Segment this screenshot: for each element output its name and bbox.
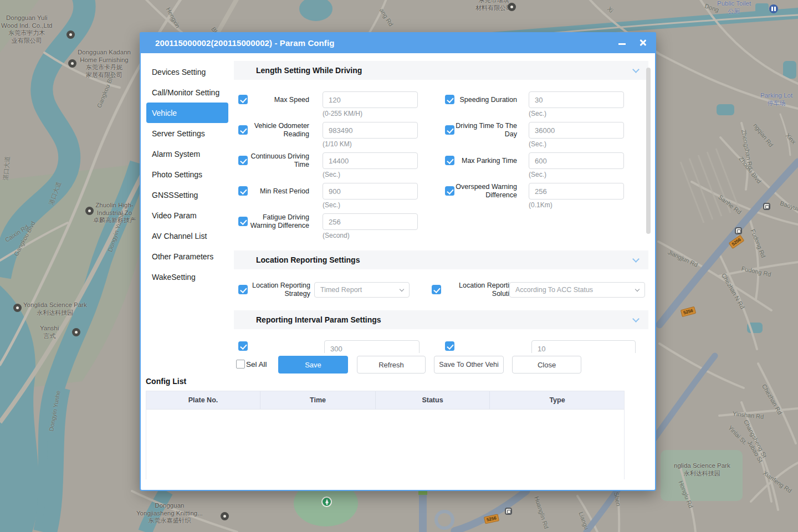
sidebar-nav: Devices SettingCall/Monitor SettingVehic… [146,62,228,287]
map-poi-label: Dongguan YuliWood Ind. Co.,Ltd东莞市宇力木业有限公… [1,14,52,44]
min-rest-period-checkbox[interactable] [238,186,248,196]
max-parking-time-input[interactable] [529,152,624,169]
save-button[interactable]: Save [278,356,348,374]
driving-time-to-the-day-checkbox[interactable] [445,125,454,135]
map-road-label: Xinx [785,132,797,145]
chevron-down-icon [635,287,640,291]
map-road-label: Chezhan Rd [761,383,784,416]
minimize-icon[interactable] [618,39,626,47]
map-road-label: Dongyin Yunhe [48,390,62,432]
overspeed-warning-difference-unit-hint: (0.1Km) [529,201,553,209]
section-header-location-reporting[interactable]: Location Reporting Settings [234,250,648,269]
sidebar-item-server-settings[interactable]: Server Settings [146,123,228,144]
transit-station-icon [505,508,512,515]
vehicle-odometer-reading-checkbox[interactable] [238,125,248,135]
location-reporting-strategy-select[interactable]: Timed Report [314,282,410,298]
map-road-label: ang Rd [378,7,395,27]
chevron-down-icon [632,255,640,263]
section-title: Location Reporting Settings [234,255,360,264]
vehicle-odometer-reading-input[interactable] [323,122,418,139]
max-speed-label: Max Speed [247,96,309,104]
map-road-label: Sanhe Rd [717,193,743,216]
continuous-driving-time-input[interactable] [323,152,418,169]
route-badge: 5256 [484,514,499,524]
chevron-down-icon [632,315,640,323]
map-poi-icon [13,304,22,312]
dialog-titlebar[interactable]: 200115000002(200115000002) - Param Confi… [140,32,656,53]
param-config-dialog: 200115000002(200115000002) - Param Confi… [140,32,656,491]
overspeed-warning-difference-input-wrap [529,183,624,200]
driving-time-to-the-day-input-wrap [529,122,624,139]
map-poi-icon [508,3,516,11]
map-road-label: Hengxin [165,6,182,29]
sidebar-item-alarm-system[interactable]: Alarm System [146,144,228,164]
transit-station-icon [735,227,742,234]
max-speed-input[interactable] [323,91,418,108]
location-reporting-strategy-label: Location Reporting Strategy [249,282,310,298]
fatigue-driving-warning-difference-checkbox[interactable] [238,217,248,226]
sidebar-item-devices-setting[interactable]: Devices Setting [146,62,228,82]
fatigue-driving-warning-difference-label: Fatigue Driving Warning Difference [247,213,309,230]
sidebar-item-av-channel-list[interactable]: AV Channel List [146,226,228,246]
vehicle-odometer-reading-input-wrap [323,122,418,139]
sidebar-item-gnsssetting[interactable]: GNSSSetting [146,185,228,205]
scrollbar-thumb[interactable] [646,68,651,234]
fatigue-driving-warning-difference-unit-hint: (Second) [323,232,350,239]
close-icon[interactable] [638,38,647,47]
save-to-other-vehicle-button[interactable]: Save To Other Vehi [434,356,504,374]
sidebar-item-call-monitor-setting[interactable]: Call/Monitor Setting [146,82,228,103]
continuous-driving-time-checkbox[interactable] [238,156,248,165]
interval-param-input-wrap-2 [531,340,636,353]
section-header-reporting-interval[interactable]: Reporting Interval Param Settings [234,310,648,329]
vehicle-odometer-reading-label: Vehicle Odometer Reading [247,122,309,139]
speeding-duration-checkbox[interactable] [445,95,454,104]
fatigue-driving-warning-difference-input[interactable] [323,213,418,230]
max-speed-input-wrap [323,91,418,108]
speeding-duration-unit-hint: (Sec.) [529,110,546,117]
min-rest-period-unit-hint: (Sec.) [323,201,340,209]
location-reporting-solution-select[interactable]: According To ACC Status [509,282,645,298]
min-rest-period-input[interactable] [323,183,418,200]
map-poi-label: Public Toilet公厕 [717,0,751,15]
overspeed-warning-difference-checkbox[interactable] [445,186,454,196]
map-poi-icon [68,59,76,68]
driving-time-to-the-day-label: Driving Time To The Day [455,122,517,139]
max-speed-checkbox[interactable] [238,95,248,104]
map-road-label: Chezhan N Rd [720,272,746,310]
speeding-duration-label: Speeding Duration [455,96,517,104]
public-toilet-icon [769,4,778,13]
park-tree-icon [321,497,332,507]
interval-param-input-wrap [324,340,420,353]
max-parking-time-checkbox[interactable] [445,156,454,165]
overspeed-warning-difference-label: Overspeed Warning Difference [455,183,517,200]
route-badge: 5256 [681,306,696,317]
speeding-duration-input[interactable] [529,91,624,108]
map-poi-label: Yanshi言式 [40,325,59,340]
interval-param-checkbox-2[interactable] [445,341,454,351]
interval-param-checkbox[interactable] [238,341,248,351]
close-button[interactable]: Close [512,356,581,374]
overspeed-warning-difference-input[interactable] [529,183,624,200]
driving-time-to-the-day-input[interactable] [529,122,624,139]
map-road-label: Xi [606,6,615,14]
section-title: Reporting Interval Param Settings [234,315,381,324]
location-reporting-strategy-checkbox[interactable] [238,285,248,294]
continuous-driving-time-input-wrap [323,152,418,169]
sidebar-item-wakesetting[interactable]: WakeSetting [146,267,228,287]
map-poi-icon [72,328,80,336]
interval-param-input[interactable] [324,340,420,353]
refresh-button[interactable]: Refresh [357,356,426,374]
map-road-label: 港口大道 [47,181,63,206]
section-header-length-setting[interactable]: Length Setting While Driving [234,61,648,80]
map-road-label: Huanglin Rd [533,495,550,529]
sidebar-item-vehicle[interactable]: Vehicle [146,103,228,123]
select-all-checkbox[interactable] [236,360,245,369]
sidebar-item-video-param[interactable]: Video Param [146,205,228,226]
sidebar-item-photo-settings[interactable]: Photo Settings [146,164,228,185]
interval-param-input-2[interactable] [531,340,636,353]
map-poi-label: 东莞市瑞琪材料有限公司 [475,0,512,12]
map-road-label: Xianfeng Rd [762,469,793,494]
vehicle-odometer-reading-unit-hint: (1/10 KM) [323,140,352,148]
location-reporting-solution-checkbox[interactable] [432,285,441,294]
sidebar-item-other-parameters[interactable]: Other Parameters [146,246,228,267]
